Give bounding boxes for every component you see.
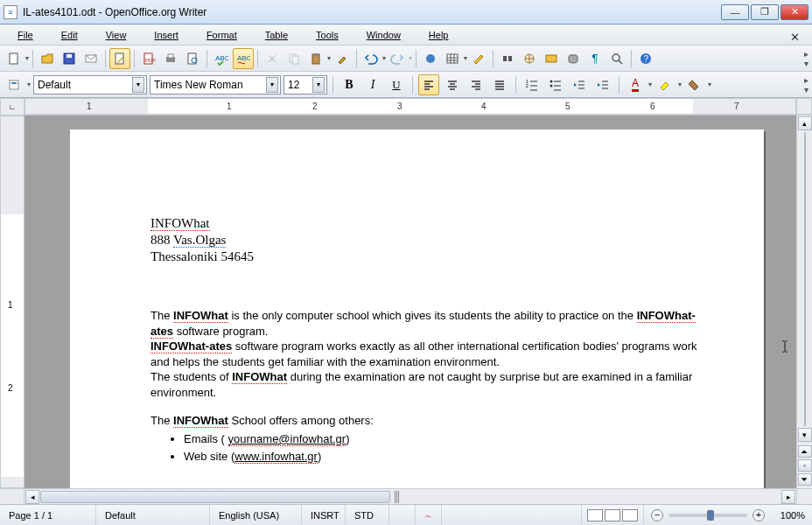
redo-button[interactable] <box>387 48 408 69</box>
open-button[interactable] <box>37 48 58 69</box>
ruler-corner: ∟ <box>0 98 24 116</box>
vertical-scrollbar[interactable]: ▴ ▾ ⏶ ◦ ⏷ <box>796 116 812 488</box>
help-button[interactable]: ? <box>635 48 656 69</box>
edit-file-button[interactable] <box>109 48 130 69</box>
status-modified <box>389 505 416 525</box>
svg-point-17 <box>426 54 435 63</box>
view-single-page-icon[interactable] <box>587 509 603 522</box>
save-button[interactable] <box>59 48 80 69</box>
menu-format[interactable]: Format <box>192 27 251 43</box>
next-page-button[interactable]: ⏷ <box>798 473 812 486</box>
cut-button[interactable] <box>262 48 283 69</box>
zoom-in-button[interactable]: + <box>752 509 765 522</box>
align-right-button[interactable] <box>466 74 486 95</box>
status-style[interactable]: Default <box>96 505 210 525</box>
paste-button[interactable] <box>305 48 326 69</box>
minimize-button[interactable]: — <box>721 4 749 20</box>
underline-button[interactable]: U <box>386 74 407 95</box>
nav-button[interactable]: ◦ <box>798 459 812 472</box>
navigator-button[interactable] <box>519 48 540 69</box>
menu-tools[interactable]: Tools <box>302 27 353 43</box>
styles-button[interactable] <box>4 74 24 95</box>
bold-button[interactable]: B <box>339 74 360 95</box>
print-preview-button[interactable] <box>182 48 203 69</box>
paragraph-style-combo[interactable]: Default▾ <box>33 75 147 94</box>
align-center-button[interactable] <box>442 74 463 95</box>
svg-point-31 <box>550 80 553 82</box>
undo-button[interactable] <box>360 48 382 69</box>
maximize-button[interactable]: ❐ <box>751 4 779 20</box>
menu-edit[interactable]: Edit <box>47 27 92 43</box>
horizontal-scrollbar[interactable]: ◂ ▸ <box>24 489 796 505</box>
status-signature[interactable] <box>416 505 442 525</box>
hscroll-thumb[interactable] <box>40 491 390 503</box>
window-title: IL-ates4101.odt - OpenOffice.org Writer <box>23 6 721 18</box>
find-button[interactable] <box>497 48 518 69</box>
zoom-button[interactable] <box>606 48 627 69</box>
italic-button[interactable]: I <box>362 74 383 95</box>
decrease-indent-button[interactable] <box>569 74 590 95</box>
svg-rect-27 <box>10 80 18 89</box>
font-size-combo[interactable]: 12▾ <box>284 75 327 94</box>
nonprinting-chars-button[interactable]: ¶ <box>584 48 606 69</box>
highlight-button[interactable] <box>654 74 676 95</box>
zoom-value[interactable]: 100% <box>780 510 805 521</box>
font-color-button[interactable]: A <box>625 74 646 95</box>
justify-button[interactable] <box>489 74 510 95</box>
format-paintbrush-button[interactable] <box>332 48 353 69</box>
menu-table[interactable]: Table <box>251 27 302 43</box>
new-button[interactable] <box>4 48 24 69</box>
menu-insert[interactable]: Insert <box>140 27 192 43</box>
scroll-left-button[interactable]: ◂ <box>25 490 39 504</box>
status-page[interactable]: Page 1 / 1 <box>0 505 96 525</box>
scroll-up-button[interactable]: ▴ <box>798 116 812 130</box>
auto-spellcheck-button[interactable]: ABC <box>233 48 254 69</box>
export-pdf-button[interactable]: PDF <box>138 48 159 69</box>
prev-page-button[interactable]: ⏶ <box>798 445 812 458</box>
svg-text:ABC: ABC <box>215 54 228 62</box>
zoom-slider[interactable] <box>668 514 747 517</box>
standard-toolbar: ▾ PDF ABC ABC ▾ ▾ ▾ ▾ ¶ ? ▸▾ <box>0 46 812 72</box>
menu-view[interactable]: View <box>92 27 141 43</box>
bullet-list-button[interactable] <box>545 74 566 95</box>
status-selection-mode[interactable]: STD <box>346 505 389 525</box>
split-handle[interactable] <box>395 491 400 503</box>
view-layout-icons <box>581 505 644 525</box>
print-button[interactable] <box>160 48 181 69</box>
vscroll-thumb[interactable] <box>804 132 806 426</box>
horizontal-ruler[interactable]: 1 1 2 3 4 5 6 7 <box>24 98 796 115</box>
scroll-down-button[interactable]: ▾ <box>798 428 812 442</box>
numbered-list-button[interactable]: 12 <box>522 74 542 95</box>
font-name-combo[interactable]: Times New Roman▾ <box>150 75 281 94</box>
spellcheck-button[interactable]: ABC <box>211 48 232 69</box>
show-draw-button[interactable] <box>468 48 489 69</box>
title-bar: ≡ IL-ates4101.odt - OpenOffice.org Write… <box>0 0 812 24</box>
table-button[interactable] <box>442 48 463 69</box>
increase-indent-button[interactable] <box>592 74 613 95</box>
status-language[interactable]: English (USA) <box>210 505 302 525</box>
toolbar-overflow-button[interactable]: ▸▾ <box>804 49 808 68</box>
hyperlink-button[interactable] <box>420 48 441 69</box>
document-text[interactable]: INFOWhat 888 Vas.Olgas Thessaloniki 5464… <box>150 215 710 466</box>
view-book-icon[interactable] <box>622 509 638 522</box>
menu-help[interactable]: Help <box>415 27 463 43</box>
menu-window[interactable]: Window <box>353 27 415 43</box>
vertical-ruler[interactable]: 1 2 <box>0 116 24 488</box>
align-left-button[interactable] <box>418 74 439 95</box>
formatting-overflow-button[interactable]: ▸▾ <box>804 75 808 94</box>
scroll-right-button[interactable]: ▸ <box>781 490 795 504</box>
view-multi-page-icon[interactable] <box>605 509 620 522</box>
svg-rect-2 <box>66 54 72 58</box>
zoom-out-button[interactable]: − <box>651 509 663 522</box>
close-document-button[interactable]: ✕ <box>783 28 807 46</box>
data-sources-button[interactable] <box>563 48 584 69</box>
status-insert-mode[interactable]: INSRT <box>302 505 346 525</box>
background-color-button[interactable] <box>684 74 705 95</box>
close-button[interactable]: ✕ <box>780 4 808 20</box>
menu-bar: File Edit View Insert Format Table Tools… <box>0 24 812 46</box>
menu-file[interactable]: File <box>4 27 47 43</box>
page[interactable]: INFOWhat 888 Vas.Olgas Thessaloniki 5464… <box>70 130 764 488</box>
gallery-button[interactable] <box>541 48 562 69</box>
copy-button[interactable] <box>284 48 304 69</box>
email-button[interactable] <box>80 48 102 69</box>
